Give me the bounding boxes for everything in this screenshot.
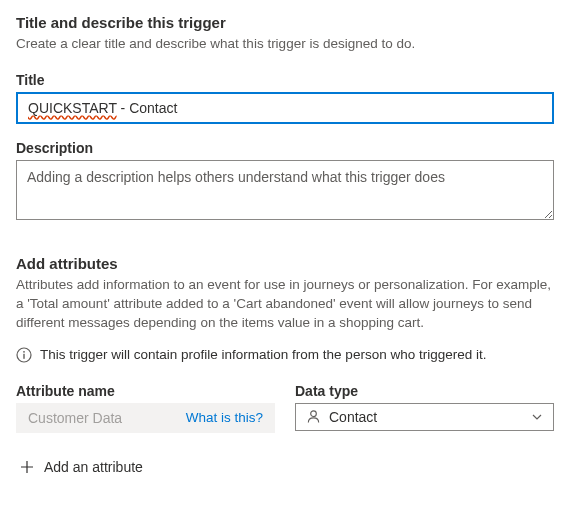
attribute-name-box: Customer Data What is this?: [16, 403, 275, 433]
data-type-value: Contact: [329, 409, 377, 425]
info-note: This trigger will contain profile inform…: [16, 347, 554, 363]
svg-point-1: [23, 350, 25, 352]
info-note-text: This trigger will contain profile inform…: [40, 347, 486, 362]
title-describe-section: Title and describe this trigger Create a…: [16, 14, 554, 255]
add-attribute-label: Add an attribute: [44, 459, 143, 475]
add-attributes-section: Add attributes Attributes add informatio…: [16, 255, 554, 475]
attribute-name-column: Attribute name Customer Data What is thi…: [16, 383, 275, 433]
svg-point-3: [311, 411, 317, 417]
what-is-this-link[interactable]: What is this?: [186, 410, 263, 425]
section-subtext: Create a clear title and describe what t…: [16, 35, 554, 54]
attribute-name-value: Customer Data: [28, 410, 122, 426]
data-type-dropdown[interactable]: Contact: [295, 403, 554, 431]
person-icon: [306, 409, 321, 424]
data-type-label: Data type: [295, 383, 554, 399]
add-attribute-button[interactable]: Add an attribute: [16, 459, 554, 475]
description-label: Description: [16, 140, 554, 156]
attribute-name-label: Attribute name: [16, 383, 275, 399]
section-subtext: Attributes add information to an event f…: [16, 276, 554, 333]
title-label: Title: [16, 72, 554, 88]
section-heading: Add attributes: [16, 255, 554, 272]
plus-icon: [20, 460, 34, 474]
svg-rect-2: [23, 353, 24, 358]
title-input[interactable]: QUICKSTART - Contact: [16, 92, 554, 124]
info-icon: [16, 347, 32, 363]
attribute-row: Attribute name Customer Data What is thi…: [16, 383, 554, 433]
section-heading: Title and describe this trigger: [16, 14, 554, 31]
chevron-down-icon: [531, 411, 543, 423]
description-textarea[interactable]: [16, 160, 554, 220]
data-type-column: Data type Contact: [295, 383, 554, 431]
